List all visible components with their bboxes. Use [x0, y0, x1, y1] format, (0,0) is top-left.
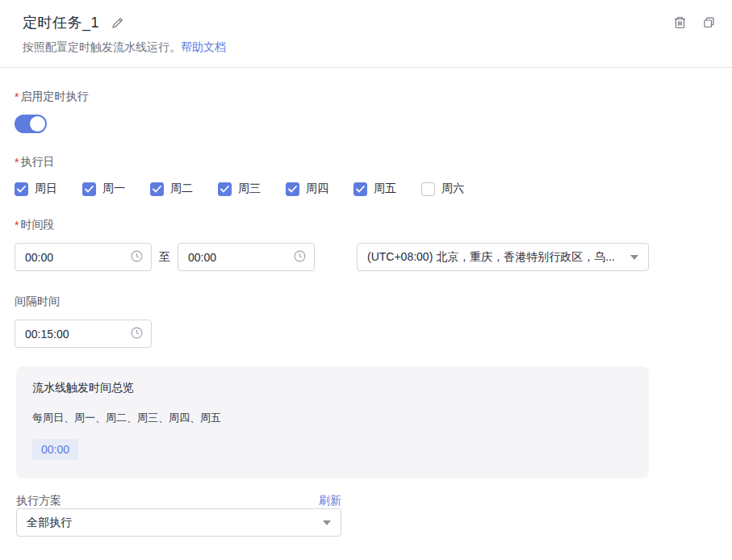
timezone-value: (UTC+08:00) 北京，重庆，香港特别行政区，乌... [367, 250, 615, 265]
interval-label: 间隔时间 [15, 295, 717, 309]
day-checkbox-saturday[interactable]: 周六 [421, 182, 464, 196]
day-label: 周六 [441, 182, 464, 196]
required-asterisk: * [15, 219, 19, 232]
day-label: 周日 [35, 182, 57, 196]
day-checkbox-friday[interactable]: 周五 [353, 182, 396, 196]
enable-toggle[interactable] [15, 115, 47, 133]
enable-label: *启用定时执行 [15, 90, 717, 104]
end-time-input[interactable] [188, 251, 294, 264]
chevron-down-icon [323, 520, 331, 525]
timezone-select[interactable]: (UTC+08:00) 北京，重庆，香港特别行政区，乌... [357, 243, 649, 271]
overview-days-text: 每周日、周一、周二、周三、周四、周五 [32, 411, 633, 425]
toggle-knob [30, 116, 45, 132]
clock-icon [131, 250, 143, 265]
end-time-field[interactable] [178, 243, 315, 271]
day-label: 周五 [374, 182, 396, 196]
edit-title-icon[interactable] [111, 16, 124, 30]
day-checkbox-sunday[interactable]: 周日 [15, 182, 57, 196]
task-header: 定时任务_1 按 [0, 0, 732, 55]
day-checkbox-wednesday[interactable]: 周三 [218, 182, 261, 196]
page-title: 定时任务_1 [23, 13, 99, 32]
checkbox-icon [421, 182, 435, 196]
required-asterisk: * [15, 90, 19, 103]
day-label: 周四 [306, 182, 328, 196]
help-doc-link[interactable]: 帮助文档 [181, 40, 226, 53]
start-time-field[interactable] [15, 243, 152, 271]
plan-label: 执行方案 [16, 494, 61, 508]
checkbox-icon [15, 182, 28, 196]
plan-header: 执行方案 刷新 [16, 494, 341, 508]
period-row: 至 (UTC+08:00) 北京，重庆，香港特别行政区，乌... [15, 243, 717, 271]
copy-task-icon[interactable] [702, 16, 716, 30]
interval-input[interactable] [25, 328, 131, 341]
checkbox-icon [150, 182, 164, 196]
plan-value: 全部执行 [27, 516, 72, 530]
plan-select[interactable]: 全部执行 [16, 508, 341, 537]
day-checkbox-thursday[interactable]: 周四 [286, 182, 328, 196]
interval-row [15, 320, 717, 348]
start-time-input[interactable] [25, 251, 131, 264]
checkbox-icon [286, 182, 299, 196]
day-label: 周二 [170, 182, 193, 196]
period-label: *时间段 [15, 218, 717, 232]
delete-task-icon[interactable] [673, 15, 687, 30]
header-divider [0, 67, 732, 68]
checkbox-icon [353, 182, 367, 196]
to-label: 至 [159, 250, 170, 265]
day-label: 周一 [102, 182, 125, 196]
checkbox-icon [82, 182, 96, 196]
clock-icon [294, 250, 306, 265]
day-checkbox-monday[interactable]: 周一 [82, 182, 125, 196]
overview-title: 流水线触发时间总览 [32, 381, 633, 395]
day-checkbox-tuesday[interactable]: 周二 [150, 182, 193, 196]
trigger-time-chip: 00:00 [32, 439, 78, 460]
clock-icon [131, 327, 143, 341]
day-label: 周三 [238, 182, 261, 196]
task-description: 按照配置定时触发流水线运行。 [23, 40, 181, 53]
days-label: *执行日 [15, 155, 717, 169]
schedule-form: *启用定时执行 *执行日 周日 周一 周二 周三 周四 周五 [0, 90, 732, 537]
checkbox-icon [218, 182, 232, 196]
days-checkbox-group: 周日 周一 周二 周三 周四 周五 周六 [15, 182, 717, 196]
trigger-overview-panel: 流水线触发时间总览 每周日、周一、周二、周三、周四、周五 00:00 [16, 366, 649, 479]
required-asterisk: * [15, 156, 19, 169]
interval-field[interactable] [15, 320, 152, 348]
chevron-down-icon [630, 255, 638, 260]
refresh-link[interactable]: 刷新 [319, 494, 341, 508]
